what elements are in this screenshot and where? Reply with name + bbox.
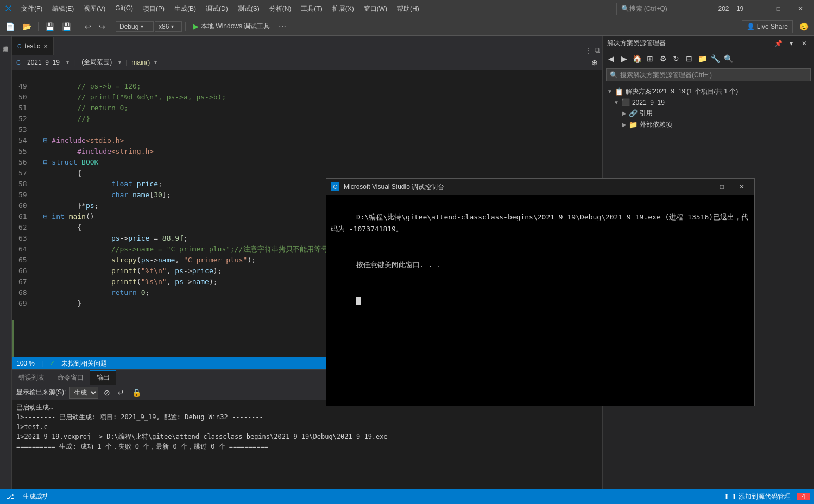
errors-tab[interactable]: 错误列表 [12,370,51,385]
command-tab[interactable]: 命令窗口 [51,370,90,385]
live-share-icon: 👤 [747,23,755,30]
output-source-select[interactable]: 生成 [69,387,98,399]
se-external-deps-item[interactable]: ▶ 📁 外部依赖项 [603,119,814,130]
title-search-box[interactable]: 🔍 搜索 (Ctrl+Q) [616,3,714,15]
console-title-bar: C Microsoft Visual Studio 调试控制台 ─ □ ✕ [326,179,754,195]
menu-analyze[interactable]: 分析(N) [265,2,296,16]
zoom-level[interactable]: 100 % [16,360,35,367]
project-icon: ⬛ [621,98,630,106]
save-button[interactable]: 💾 [42,20,58,33]
vs-logo: ✕ [4,3,12,15]
se-back-button[interactable]: ◀ [605,53,617,65]
title-bar: ✕ 文件(F) 编辑(E) 视图(V) Git(G) 项目(P) 生成(B) 调… [0,0,814,17]
output-line-2: 1>-------- 已启动生成: 项目: 2021_9_19, 配置: Deb… [16,412,598,422]
solution-explorer-header: 解决方案资源管理器 📌 ▾ ✕ [603,36,814,51]
menu-build[interactable]: 生成(B) [170,2,200,16]
menu-test[interactable]: 测试(S) [234,2,264,16]
menu-git[interactable]: Git(G) [111,2,137,16]
menu-bar: 文件(F) 编辑(E) 视图(V) Git(G) 项目(P) 生成(B) 调试(… [17,2,424,16]
console-minimize-button[interactable]: ─ [695,181,710,193]
editor-breadcrumb: C 2021_9_19 ▾ | (全局范围) ▾ | main() ▾ ⊕ [12,55,602,70]
run-button[interactable]: ▶ 本地 Windows 调试工具 [189,21,274,32]
output-content: 已启动生成… 1>-------- 已启动生成: 项目: 2021_9_19, … [12,400,602,489]
menu-tools[interactable]: 工具(T) [296,2,326,16]
folder-icon: 📁 [629,121,638,129]
se-tree: ▼ 📋 解决方案'2021_9_19'(1 个项目/共 1 个) ▼ ⬛ 202… [603,84,814,133]
search-icon: 🔍 [610,71,618,79]
panel-close-button[interactable]: ✕ [799,38,810,49]
build-status[interactable]: 生成成功 [21,492,51,501]
se-search-box[interactable]: 🔍 搜索解决方案资源管理器(Ctrl+;) [606,68,811,81]
function-selector[interactable]: main() [131,59,150,66]
chevron-icon-3: ▾ [154,59,157,65]
feedback-button[interactable]: 😊 [796,20,812,33]
tab-actions: ⋮ ⧉ [585,46,602,55]
console-maximize-button[interactable]: □ [715,181,729,193]
undo-button[interactable]: ↩ [81,20,94,33]
se-search-button[interactable]: 🔍 [722,53,734,65]
menu-debug[interactable]: 调试(D) [201,2,232,16]
toolbar-more-button[interactable]: ⋯ [275,20,289,33]
se-toggle-button[interactable]: ⊞ [644,53,656,65]
file-selector[interactable]: 2021_9_19 [25,58,62,67]
se-filter-button[interactable]: 🔧 [709,53,721,65]
platform-dropdown[interactable]: x86 ▾ [155,21,182,32]
git-icon: ⎇ [7,493,14,500]
project-icon: C [16,59,21,66]
problems-label[interactable]: 未找到相关问题 [61,359,107,368]
tab-modified-icon: ✕ [43,43,48,49]
chevron-down-icon: ▾ [171,23,174,29]
problems-divider: | [41,360,43,367]
menu-project[interactable]: 项目(P) [138,2,169,16]
close-button[interactable]: ✕ [791,3,810,15]
menu-help[interactable]: 帮助(H) [393,2,424,16]
se-show-all-button[interactable]: 📁 [696,53,708,65]
se-references-item[interactable]: ▶ 🔗 引用 [603,108,814,119]
scope-selector[interactable]: (全局范围) [79,56,114,68]
toolbar: 📄 📂 💾 💾 ↩ ↪ Debug ▾ x86 ▾ ▶ 本地 Windows 调… [0,17,814,36]
minimize-button[interactable]: ─ [748,3,766,15]
se-properties-button[interactable]: ⚙ [657,53,669,65]
toolbar-separator-1 [38,22,39,32]
open-button[interactable]: 📂 [19,20,35,33]
output-line-5: ========== 生成: 成功 1 个，失败 0 个，最新 0 个，跳过 0… [16,442,598,451]
solution-icon: 📋 [615,87,623,96]
error-badge[interactable]: 4 [797,493,810,500]
output-line-4: 1>2021_9_19.vcxproj -> D:\编程\比特\gitee\at… [16,432,598,442]
source-control-button[interactable]: ⬆ ⬆ 添加到源代码管理 [722,492,793,501]
git-status[interactable]: ⎇ [4,493,16,500]
clear-output-button[interactable]: ⊘ [102,388,112,397]
expand-editor-button[interactable]: ⊕ [591,58,598,67]
pin-button[interactable]: 📌 [773,38,784,49]
tab-list-button[interactable]: ⋮ [585,46,592,55]
console-line-2: 按任意键关闭此窗口. . . [356,261,441,269]
status-left: ⎇ 生成成功 [4,492,51,501]
se-solution-item[interactable]: ▼ 📋 解决方案'2021_9_19'(1 个项目/共 1 个) [603,86,814,97]
console-close-button[interactable]: ✕ [734,181,750,193]
menu-view[interactable]: 视图(V) [79,2,110,16]
menu-file[interactable]: 文件(F) [17,2,47,16]
redo-button[interactable]: ↪ [96,20,109,33]
se-home-button[interactable]: 🏠 [631,53,643,65]
output-tab[interactable]: 输出 [90,370,116,385]
save-all-button[interactable]: 💾 [59,20,74,33]
se-forward-button[interactable]: ▶ [618,53,630,65]
se-project-item[interactable]: ▼ ⬛ 2021_9_19 [603,97,814,108]
maximize-button[interactable]: □ [770,3,787,15]
debug-config-dropdown[interactable]: Debug ▾ [116,21,154,32]
split-editor-button[interactable]: ⧉ [595,46,600,55]
toolbar-separator-3 [112,22,112,32]
tab-test-c[interactable]: C test.c ✕ [12,37,54,55]
menu-window[interactable]: 窗口(W) [359,2,392,16]
lock-scroll-button[interactable]: 🔒 [130,388,143,397]
menu-extensions[interactable]: 扩展(X) [328,2,358,16]
menu-edit[interactable]: 编辑(E) [48,2,78,16]
se-toolbar: ◀ ▶ 🏠 ⊞ ⚙ ↻ ⊟ 📁 🔧 🔍 [603,51,814,66]
panel-actions: 📌 ▾ ✕ [773,38,810,49]
new-file-button[interactable]: 📄 [2,20,18,33]
se-refresh-button[interactable]: ↻ [670,53,682,65]
live-share-button[interactable]: 👤 Live Share [742,20,793,33]
se-collapse-button[interactable]: ⊟ [683,53,695,65]
panel-more-button[interactable]: ▾ [786,38,797,49]
word-wrap-button[interactable]: ↵ [116,388,127,397]
